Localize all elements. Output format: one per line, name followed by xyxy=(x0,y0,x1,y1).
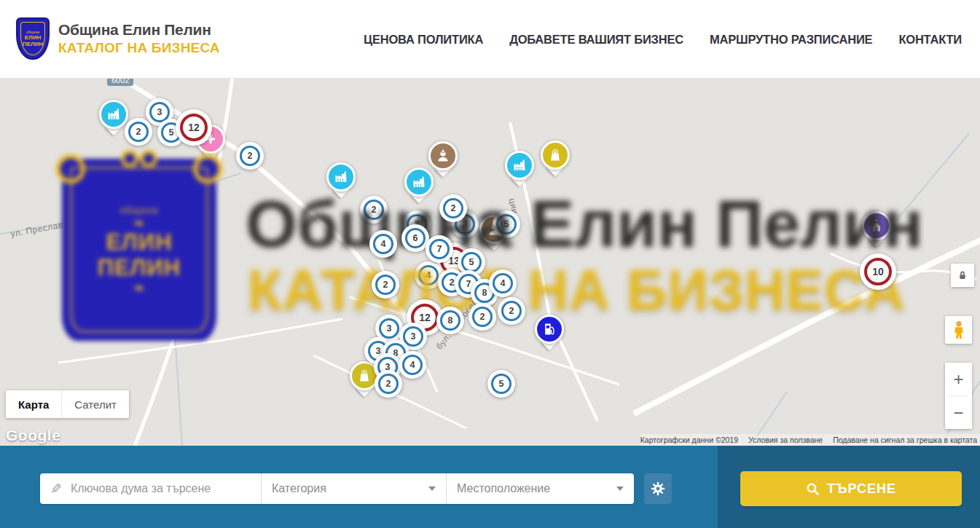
cluster-count: 2 xyxy=(472,307,493,327)
cluster-count: 4 xyxy=(402,355,423,375)
cluster-count: 4 xyxy=(418,265,439,285)
cluster-count: 5 xyxy=(496,214,517,235)
cluster-count: 2 xyxy=(501,301,522,321)
google-map[interactable]: община ❧ ЕЛИН ПЕЛИН ❧ Община Елин Пелин … xyxy=(0,79,980,446)
site-subtitle: КАТАЛОГ НА БИЗНЕСА xyxy=(58,40,220,56)
zoom-control: + − xyxy=(945,363,972,429)
streetview-lock-button[interactable] xyxy=(951,264,974,287)
keyword-field[interactable]: ✎ xyxy=(40,473,261,504)
cluster-count: 4 xyxy=(373,234,393,254)
report-error-link[interactable]: Подаване на сигнал за грешка в картата xyxy=(833,436,977,444)
cluster-marker[interactable]: 4 xyxy=(489,269,517,297)
map-type-control: Карта Сателит xyxy=(6,390,129,418)
map-type-satellite-button[interactable]: Сателит xyxy=(61,390,129,418)
pin-marker-bag[interactable] xyxy=(541,141,570,170)
terms-link[interactable]: Условия за ползване xyxy=(748,436,823,444)
site-header: община ЕЛИН ПЕЛИН Община Елин Пелин КАТА… xyxy=(0,0,980,79)
zoom-out-button[interactable]: − xyxy=(945,396,972,429)
cluster-marker[interactable]: 2 xyxy=(498,297,525,325)
category-select[interactable]: Категория xyxy=(261,473,446,504)
cluster-marker[interactable]: 10 xyxy=(860,253,896,290)
nav-item-0[interactable]: ЦЕНОВА ПОЛИТИКА xyxy=(364,33,483,47)
cluster-marker[interactable]: 2 xyxy=(439,194,467,222)
site-title: Община Елин Пелин xyxy=(58,21,220,39)
location-select[interactable]: Местоположение xyxy=(446,473,634,504)
cluster-count: 2 xyxy=(443,198,463,218)
main-nav: ЦЕНОВА ПОЛИТИКАДОБАВЕТЕ ВАШИЯТ БИЗНЕСМАР… xyxy=(364,0,962,79)
pencil-icon: ✎ xyxy=(50,482,62,496)
pin-marker-fuel[interactable] xyxy=(535,315,564,344)
pin-marker-church[interactable] xyxy=(862,211,891,240)
cluster-marker[interactable]: 2 xyxy=(469,303,496,331)
pin-marker-factory[interactable] xyxy=(505,151,534,180)
chevron-down-icon xyxy=(616,486,624,491)
cluster-count: 2 xyxy=(364,200,384,220)
cluster-marker[interactable]: 2 xyxy=(375,370,402,398)
search-fields: ✎ Категория Местоположение xyxy=(40,473,634,504)
search-panel: ✎ Категория Местоположение xyxy=(0,446,980,528)
church-icon xyxy=(862,211,891,240)
cluster-marker[interactable]: 5 xyxy=(487,370,515,398)
search-icon xyxy=(806,482,820,496)
cluster-count: 2 xyxy=(128,122,149,142)
cluster-marker[interactable]: 2 xyxy=(125,118,152,146)
google-logo[interactable]: Google xyxy=(6,427,60,444)
road-number-label: 6002 xyxy=(107,79,133,86)
nav-item-3[interactable]: КОНТАКТИ xyxy=(898,33,962,47)
cluster-count: 8 xyxy=(440,310,460,331)
chevron-down-icon xyxy=(428,486,436,491)
factory-icon xyxy=(326,162,356,192)
cluster-count: 3 xyxy=(379,318,399,339)
fuel-icon xyxy=(535,315,564,344)
cluster-count: 4 xyxy=(493,273,513,293)
map-type-map-button[interactable]: Карта xyxy=(6,390,61,418)
cluster-marker[interactable]: 5 xyxy=(493,210,520,238)
cluster-count: 5 xyxy=(491,374,511,394)
factory-icon xyxy=(404,168,434,197)
site-logo[interactable]: община ЕЛИН ПЕЛИН Община Елин Пелин КАТА… xyxy=(16,17,220,60)
cluster-marker[interactable]: 12 xyxy=(176,109,212,146)
cluster-marker[interactable]: 7 xyxy=(426,235,453,263)
factory-icon xyxy=(505,151,534,180)
gear-icon xyxy=(650,481,666,497)
nav-item-1[interactable]: ДОБАВЕТЕ ВАШИЯТ БИЗНЕС xyxy=(509,33,683,47)
lock-icon xyxy=(957,269,968,281)
cluster-marker[interactable]: 2 xyxy=(236,142,264,170)
pin-marker-factory[interactable] xyxy=(99,100,128,129)
nav-item-2[interactable]: МАРШРУТНО РАЗПИСАНИЕ xyxy=(710,33,872,47)
cluster-count: 7 xyxy=(429,239,450,259)
bag-icon xyxy=(541,141,570,170)
pegman-control[interactable] xyxy=(945,316,972,344)
cluster-count: 10 xyxy=(864,258,892,285)
cluster-count: 2 xyxy=(378,374,399,394)
zoom-in-button[interactable]: + xyxy=(945,363,972,395)
cluster-marker[interactable]: 4 xyxy=(369,230,397,258)
pin-marker-factory[interactable] xyxy=(326,162,356,192)
pegman-icon xyxy=(951,320,967,339)
search-button[interactable]: ТЪРСЕНЕ xyxy=(740,471,962,506)
factory-icon xyxy=(99,100,128,129)
pin-marker-factory[interactable] xyxy=(404,168,434,197)
cluster-marker[interactable]: 2 xyxy=(360,196,388,224)
cluster-count: 6 xyxy=(405,228,426,248)
map-attribution: Картографски данни ©2019 Условия за полз… xyxy=(640,434,980,446)
municipality-crest-icon: община ЕЛИН ПЕЛИН xyxy=(16,17,50,60)
cluster-marker[interactable]: 8 xyxy=(436,307,464,334)
pin-marker-worker[interactable] xyxy=(428,141,458,170)
keyword-input[interactable] xyxy=(71,482,251,495)
advanced-settings-button[interactable] xyxy=(644,473,672,504)
worker-icon xyxy=(428,141,458,170)
cluster-marker[interactable]: 4 xyxy=(399,351,426,379)
cluster-count: 2 xyxy=(240,146,260,166)
cluster-count: 12 xyxy=(180,114,208,141)
cluster-count: 2 xyxy=(375,275,396,295)
cluster-count: 5 xyxy=(461,252,482,272)
cluster-marker[interactable]: 2 xyxy=(372,271,399,299)
map-copyright: Картографски данни ©2019 xyxy=(640,436,738,444)
